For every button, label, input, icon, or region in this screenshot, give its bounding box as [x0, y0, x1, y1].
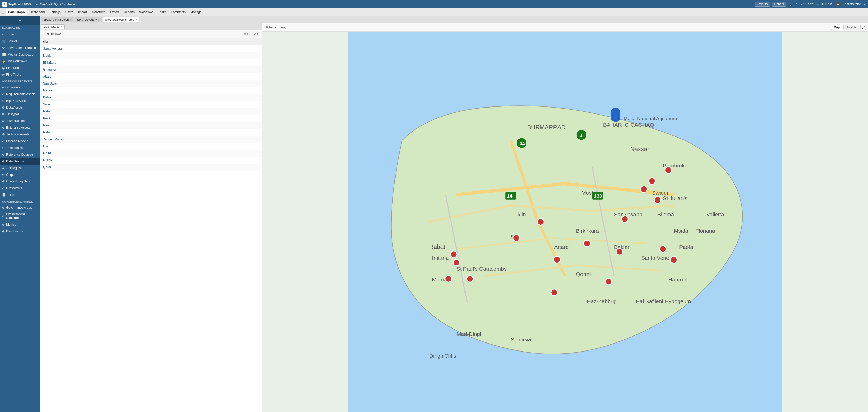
panels-button[interactable]: Panels: [772, 2, 786, 7]
table-row[interactable]: Qormi: [40, 164, 262, 171]
sidebar-item-basket[interactable]: 🛒 Basket: [0, 38, 40, 45]
city-link[interactable]: San Gwann: [43, 82, 59, 85]
city-link[interactable]: Iklin: [43, 123, 49, 127]
menu-item-tasks[interactable]: Tasks: [156, 9, 168, 15]
sidebar-item-find-code[interactable]: ◎ Find Code: [0, 65, 40, 71]
home-button[interactable]: ⌂: [795, 2, 798, 7]
city-link[interactable]: Msida: [43, 54, 52, 57]
table-row[interactable]: Gharghur: [40, 66, 262, 73]
table-row[interactable]: Attard: [40, 73, 262, 80]
sidebar-item-metrics[interactable]: ⊙ Metrics: [0, 221, 40, 228]
table-row[interactable]: Balzan: [40, 94, 262, 101]
sidebar-item-requirements-assets[interactable]: ⊙ Requirements Assets: [0, 91, 40, 97]
table-row[interactable]: Birkirkara: [40, 59, 262, 66]
sidebar-item-home[interactable]: ⌂ Home: [0, 31, 40, 38]
sidebar-item-crosswalks[interactable]: ⊙ Crosswalks: [0, 185, 40, 192]
table-row[interactable]: San Gwann: [40, 80, 262, 87]
table-row[interactable]: Pietà: [40, 115, 262, 122]
menu-item-transform[interactable]: Transform: [89, 9, 107, 15]
brand-logo[interactable]: T TopBraid EDG: [2, 2, 31, 7]
menu-item-comments[interactable]: Comments: [169, 9, 188, 15]
menu-item-manage[interactable]: Manage: [188, 9, 204, 15]
tab-sparql-query-close[interactable]: ✕: [98, 18, 100, 21]
table-row[interactable]: Mdina: [40, 150, 262, 157]
help-button[interactable]: ?: [863, 2, 866, 7]
sidebar-item-data-assets[interactable]: ⊙ Data Assets: [0, 104, 40, 111]
menu-item-users[interactable]: Users: [63, 9, 75, 15]
sidebar-item-data-graphs[interactable]: ⊙ Data Graphs: [0, 158, 40, 165]
table-row[interactable]: Naxxar: [40, 87, 262, 94]
sidebar-item-my-workflows[interactable]: ⚡ My Workflows: [0, 58, 40, 65]
menu-item-data-graph[interactable]: Data Graph: [6, 9, 27, 15]
tab-sparql-results[interactable]: SPARQL Results Table ✕: [103, 17, 140, 22]
city-link[interactable]: Santa Venera: [43, 47, 62, 50]
sidebar-item-server-admin[interactable]: ⚙ Server Administration: [0, 45, 40, 51]
sidebar-item-datatypes[interactable]: ≡ Datatypes: [0, 111, 40, 118]
drag-handle-icon[interactable]: ⠿: [42, 32, 45, 36]
sidebar-item-org-structure[interactable]: ⊙ Organizational Structure: [0, 211, 40, 221]
menu-item-workflows[interactable]: Workflows: [137, 9, 156, 15]
sidebar-item-technical-assets[interactable]: ⚙ Technical Assets: [0, 131, 40, 138]
tab-sparql-query[interactable]: SPARQL Query ✕: [75, 17, 102, 22]
menu-item-dashboard[interactable]: Dashboard: [28, 9, 47, 15]
more-options-button[interactable]: ⋮: [788, 2, 793, 7]
city-link[interactable]: Attard: [43, 75, 52, 78]
tab-spatial-search[interactable]: Spatial thing Search ✕: [41, 17, 74, 22]
sidebar-item-glossaries[interactable]: ≡ Glossaries: [0, 84, 40, 91]
table-row[interactable]: Msida: [40, 52, 262, 59]
sidebar-item-metrics-dashboard[interactable]: 📊 Metrics Dashboard: [0, 51, 40, 58]
city-link[interactable]: Rabat: [43, 130, 52, 134]
city-link[interactable]: Mdina: [43, 151, 52, 155]
table-row[interactable]: Rabat: [40, 129, 262, 136]
city-link[interactable]: Żebbug Malta: [43, 138, 62, 141]
sidebar-item-lineage-models[interactable]: ⊙ Lineage Models: [0, 138, 40, 145]
sidebar-item-files[interactable]: 📄 Files: [0, 192, 40, 198]
sidebar-item-find-tasks[interactable]: ◎ Find Tasks: [0, 71, 40, 78]
sidebar-item-taxonomies[interactable]: ⊙ Taxonomies: [0, 145, 40, 151]
sidebar-item-enterprise-assets[interactable]: ⊙ Enterprise Assets: [0, 124, 40, 131]
undo-button[interactable]: ↩ Undo: [800, 2, 814, 7]
sidebar-item-ontologies[interactable]: ◈ Ontologies: [0, 165, 40, 171]
tab-spatial-search-close[interactable]: ✕: [70, 18, 72, 21]
map-tab-map[interactable]: Map: [831, 25, 842, 30]
sidebar-item-big-data-assets[interactable]: ⊙ Big Data Assets: [0, 97, 40, 104]
table-row[interactable]: Żebbug Malta: [40, 136, 262, 143]
layouts-button[interactable]: Layouts: [754, 2, 770, 7]
table-row[interactable]: Lija: [40, 143, 262, 150]
sidebar-item-dashboards[interactable]: ⊙ Dashboards: [0, 228, 40, 235]
city-link[interactable]: Swieqi: [43, 102, 52, 106]
sidebar-back-button[interactable]: ←: [0, 16, 40, 25]
tab-map-results[interactable]: Map Results ✕: [41, 24, 65, 29]
map-tab-satellite[interactable]: Satellite: [843, 25, 859, 30]
redo-button[interactable]: ↪ 0: [816, 2, 823, 7]
sidebar-item-reference-datasets[interactable]: ⊙ Reference Datasets: [0, 151, 40, 158]
city-link[interactable]: Rabat: [43, 110, 52, 113]
refresh-icon[interactable]: ↻: [46, 32, 49, 36]
menu-item-reports[interactable]: Reports: [122, 9, 137, 15]
city-link[interactable]: Balzan: [43, 96, 53, 99]
menu-item-export[interactable]: Export: [108, 9, 121, 15]
display-options-button[interactable]: ▤ ▾: [242, 32, 250, 36]
city-link[interactable]: Lija: [43, 145, 48, 148]
map-expand-button[interactable]: ⛶: [860, 25, 866, 30]
table-row[interactable]: Mtarfa: [40, 157, 262, 164]
sidebar-item-enumerations[interactable]: ≡ Enumerations: [0, 118, 40, 124]
sidebar-item-corpora[interactable]: ⊙ Corpora: [0, 171, 40, 178]
city-link[interactable]: Mtarfa: [43, 158, 52, 162]
city-link[interactable]: Birkirkara: [43, 61, 56, 64]
table-row[interactable]: Rabat: [40, 108, 262, 115]
city-link[interactable]: Naxxar: [43, 89, 53, 92]
city-link[interactable]: Pietà: [43, 117, 50, 120]
menu-item-import[interactable]: Import: [76, 9, 89, 15]
table-row[interactable]: Iklin: [40, 122, 262, 129]
settings-button[interactable]: ⚙ ▾: [252, 32, 260, 36]
tab-sparql-results-close[interactable]: ✕: [135, 18, 137, 21]
tab-map-results-close[interactable]: ✕: [60, 25, 62, 28]
sidebar-item-content-tag-sets[interactable]: ⊙ Content Tag Sets: [0, 178, 40, 185]
table-row[interactable]: Santa Venera: [40, 45, 262, 52]
city-link[interactable]: Qormi: [43, 166, 52, 169]
city-link[interactable]: Gharghur: [43, 68, 56, 71]
table-row[interactable]: Swieqi: [40, 101, 262, 108]
sidebar-item-governance-areas[interactable]: ⊙ Governance Areas: [0, 204, 40, 211]
menu-item-settings[interactable]: Settings: [47, 9, 63, 15]
